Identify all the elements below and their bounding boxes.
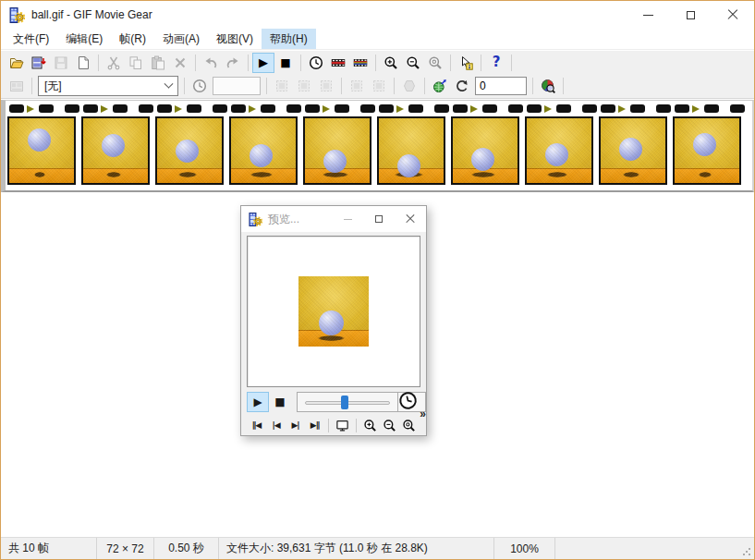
preview-first-frame-button[interactable]: ∥◀ — [247, 416, 266, 434]
filmstrip-multi-button[interactable] — [349, 53, 371, 73]
loop-input[interactable] — [475, 77, 527, 95]
toolbar-separator — [511, 55, 512, 71]
prev-frame-icon: |◀ — [272, 421, 279, 430]
zoom-out-icon — [406, 55, 420, 70]
undo-button — [200, 53, 222, 73]
save-icon — [54, 55, 68, 70]
menu-view[interactable]: 视图(V) — [208, 29, 262, 49]
context-help-button[interactable] — [455, 53, 477, 73]
sprocket-hole — [335, 104, 349, 113]
status-duration: 0.50 秒 — [154, 538, 219, 559]
preview-close-button[interactable] — [395, 206, 426, 232]
zoom-in-button[interactable] — [380, 53, 402, 73]
preview-transport-row: ∥◀|◀▶|▶∥ — [247, 415, 419, 435]
preview-actual-size-button[interactable] — [333, 416, 352, 434]
stop-button[interactable]: ■ — [274, 53, 297, 73]
film-frame-4[interactable] — [229, 116, 298, 185]
help-button[interactable]: ? — [485, 53, 507, 73]
add-frames-button[interactable] — [28, 53, 50, 73]
film-frame-9[interactable] — [599, 116, 667, 185]
frame-properties-icon — [9, 79, 24, 93]
preview-title: 预览... — [268, 212, 299, 227]
delete-icon — [173, 55, 188, 70]
ball — [693, 133, 716, 156]
film-frame-8[interactable] — [525, 116, 593, 185]
scene-floor — [83, 168, 148, 183]
close-icon — [406, 214, 415, 224]
preview-zoom-out-button[interactable] — [380, 416, 399, 434]
sprocket-hole — [656, 104, 671, 113]
sprocket-hole — [231, 104, 246, 113]
frame-marker-icon — [175, 105, 182, 113]
next-frame-icon: ▶| — [291, 421, 298, 430]
ball-scene — [453, 118, 518, 183]
film-frame-7[interactable] — [451, 116, 519, 185]
menu-edit[interactable]: 编辑(E) — [57, 29, 111, 49]
timing-button[interactable] — [305, 53, 327, 73]
preview-play-button[interactable]: ▶ — [247, 392, 269, 412]
last-frame-icon: ▶∥ — [311, 421, 319, 430]
sprocket-hole — [453, 104, 468, 113]
menu-animation[interactable]: 动画(A) — [154, 29, 208, 49]
film-frame-10[interactable] — [673, 116, 741, 185]
preview-title-bar[interactable]: 预览... — [241, 206, 426, 232]
ball-shadow — [547, 172, 566, 177]
film-frame-1[interactable] — [7, 116, 76, 185]
menu-bar: 文件(F)编辑(E)帧(R)动画(A)视图(V)帮助(H) — [1, 29, 754, 50]
slider-thumb[interactable] — [341, 396, 348, 409]
preview-stop-button[interactable]: ■ — [269, 392, 291, 412]
open-button[interactable] — [6, 53, 28, 73]
ball-shadow — [471, 172, 494, 177]
overflow-chevron-icon: » — [420, 408, 426, 420]
menu-help[interactable]: 帮助(H) — [262, 29, 316, 49]
paste-button — [147, 53, 169, 73]
filmstrip — [1, 100, 754, 192]
toolbar-separator — [184, 78, 185, 94]
toolbar-separator — [98, 55, 99, 71]
transition-select[interactable]: [无] — [38, 76, 178, 96]
film-frame-2[interactable] — [81, 116, 150, 185]
loop-count-button[interactable] — [451, 76, 473, 96]
preview-next-frame-button[interactable]: ▶| — [286, 416, 305, 434]
frame-marker-icon — [27, 105, 34, 113]
browser-preview-button[interactable] — [429, 76, 451, 96]
filmstrip-single-button[interactable] — [327, 53, 349, 73]
paste-icon — [151, 55, 165, 70]
zoom-out-button[interactable] — [402, 53, 424, 73]
frame-slider[interactable] — [298, 393, 397, 411]
film-frame-3[interactable] — [155, 116, 224, 185]
preview-last-frame-button[interactable]: ▶∥ — [305, 416, 324, 434]
menu-file[interactable]: 文件(F) — [5, 29, 57, 49]
sprocket-hole — [556, 104, 571, 113]
preview-zoom-in-button[interactable] — [360, 416, 380, 434]
new-button[interactable] — [72, 53, 94, 73]
help-icon: ? — [493, 55, 501, 69]
resize-grip[interactable] — [742, 547, 751, 556]
close-button[interactable] — [712, 1, 754, 29]
preview-prev-frame-button[interactable]: |◀ — [266, 416, 286, 434]
close-icon — [727, 9, 738, 20]
filmstrip-multi-icon — [353, 55, 368, 70]
maximize-button[interactable] — [669, 1, 712, 29]
cut-icon — [106, 55, 121, 70]
toolbar-overflow-button[interactable]: » — [398, 391, 430, 422]
scene-floor — [231, 168, 296, 183]
preview-minimize-button[interactable] — [332, 206, 363, 232]
scene-floor — [305, 168, 370, 183]
minimize-button[interactable] — [627, 1, 669, 29]
film-frame-5[interactable] — [303, 116, 371, 185]
palette-view-button[interactable] — [537, 76, 559, 96]
status-file-size: 文件大小: 39,631 字节 (11.0 秒 在 28.8K) — [219, 538, 494, 559]
sprocket-hole — [434, 104, 449, 113]
scene-floor — [379, 168, 444, 183]
play-button[interactable]: ▶ — [252, 53, 274, 73]
main-toolbar: ▶■? — [1, 51, 754, 74]
copy-button — [125, 53, 147, 73]
frame-properties-button — [6, 76, 28, 96]
ball-shadow — [318, 335, 346, 341]
preview-maximize-button[interactable] — [363, 206, 395, 232]
sprocket-hole — [139, 104, 153, 113]
scene-floor — [601, 168, 665, 183]
menu-frame[interactable]: 帧(R) — [111, 29, 154, 49]
film-frame-6[interactable] — [377, 116, 445, 185]
